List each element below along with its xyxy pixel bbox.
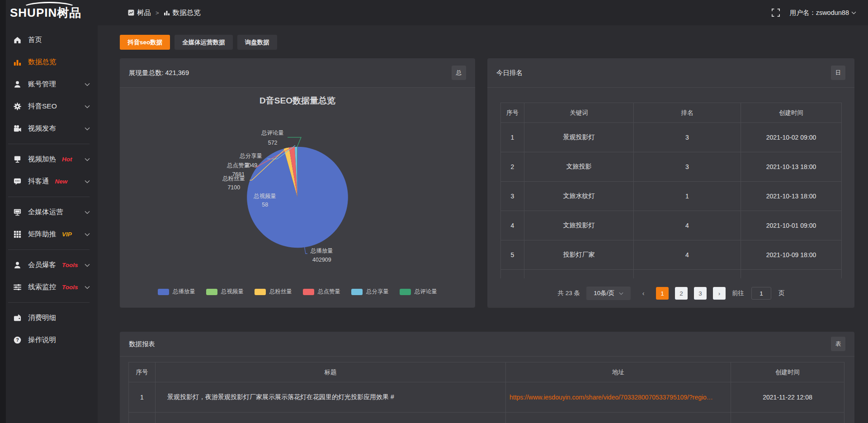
legend-label: 总评论量 [415, 288, 437, 296]
breadcrumb-item-home[interactable]: 树品 [128, 8, 151, 18]
sidebar-item-matrix-boost[interactable]: 矩阵助推 VIP [0, 223, 98, 245]
user-menu[interactable]: 用户名：zswodun88 [790, 9, 856, 17]
chevron-down-icon [85, 180, 90, 183]
legend-label: 总分享量 [366, 288, 389, 296]
day-toggle-button[interactable]: 日 [831, 66, 845, 80]
logo-arc [23, 2, 76, 14]
legend-label: 总视频量 [221, 288, 244, 296]
legend-item-likes[interactable]: 总点赞量 [303, 288, 340, 296]
cell-keyword: 投影灯厂家 [524, 240, 634, 270]
sidebar-item-label: 数据总览 [28, 57, 56, 67]
cell-created: 2021-10-01 09:00 [741, 211, 842, 240]
legend-item-comments[interactable]: 总评论量 [400, 288, 437, 296]
page-button-3[interactable]: 3 [694, 287, 707, 300]
tab-inquiry-data[interactable]: 询盘数据 [237, 35, 277, 50]
col-keyword: 关键词 [524, 103, 634, 123]
sidebar-item-video-heat[interactable]: 视频加热 Hot [0, 148, 98, 170]
goto-page-input[interactable]: 1 [751, 287, 771, 300]
cell-index: 1 [129, 382, 156, 413]
breadcrumb-item-overview[interactable]: 数据总览 [164, 8, 201, 18]
cell-created [741, 270, 842, 279]
sliders-icon [13, 283, 22, 291]
fullscreen-icon[interactable] [772, 9, 780, 17]
tab-douyin-seo-data[interactable]: 抖音seo数据 [120, 35, 170, 50]
sidebar-item-help[interactable]: ? 操作说明 [0, 329, 98, 351]
cell-rank: 4 [634, 211, 741, 240]
chevron-down-icon [85, 263, 90, 267]
sidebar-item-lead-monitor[interactable]: 线索监控 Tools [0, 276, 98, 298]
legend-item-fans[interactable]: 总粉丝量 [255, 288, 292, 296]
cell-created: 2021-10-02 09:00 [741, 123, 842, 152]
breadcrumb-separator: > [156, 9, 159, 16]
legend-swatch [400, 289, 411, 295]
cell-created: 2021-11-22 12:08 [731, 382, 844, 413]
page-button-1[interactable]: 1 [656, 287, 669, 300]
tab-all-media-data[interactable]: 全媒体运营数据 [175, 35, 233, 50]
pagination: 共 23 条 10条/页 ‹ 1 2 3 › 前往 1 页 [500, 287, 842, 300]
video-link[interactable]: https://www.iesdouyin.com/share/video/70… [509, 394, 713, 401]
chevron-down-icon [619, 292, 623, 295]
cell-keyword: 文旅水纹灯 [524, 182, 634, 211]
cell-title: 景观投影灯，夜游景观投影灯厂家展示展示落花灯在花园里的灯光投影应用效果 # [156, 382, 506, 413]
chart-legend: 总播放量 总视频量 总粉丝量 总点赞量 [120, 288, 475, 296]
window-edge [0, 0, 6, 423]
chevron-down-icon [85, 286, 90, 289]
sidebar-item-member-burst[interactable]: 会员爆客 Tools [0, 254, 98, 276]
rank-table: 序号 关键词 排名 创建时间 1 景观投影灯 3 2021-10 [500, 103, 842, 278]
data-source-tabs: 抖音seo数据 全媒体运营数据 询盘数据 [120, 35, 854, 50]
table-row: 5 投影灯厂家 4 2021-10-09 18:00 [501, 240, 842, 270]
pie-label-shares: 总分享量 [239, 153, 262, 159]
sidebar-item-account[interactable]: 账号管理 [0, 73, 98, 95]
hot-badge: Hot [62, 156, 72, 163]
sidebar-item-douyin-seo[interactable]: 抖音SEO [0, 95, 98, 118]
cell-keyword: 文旅投影灯 [524, 211, 634, 240]
table-row: 3 文旅水纹灯 1 2021-10-13 18:00 [501, 182, 842, 211]
next-page-button[interactable]: › [713, 287, 726, 300]
page-button-2[interactable]: 2 [675, 287, 688, 300]
sidebar-item-video-publish[interactable]: 视频发布 [0, 118, 98, 140]
sidebar-item-data-overview[interactable]: 数据总览 [0, 51, 98, 73]
legend-item-shares[interactable]: 总分享量 [351, 288, 389, 296]
pie-value-comments: 572 [268, 140, 278, 146]
chevron-down-icon [85, 233, 90, 236]
cell-keyword [524, 270, 634, 279]
table-row-partial [501, 270, 842, 279]
prev-page-button[interactable]: ‹ [637, 287, 650, 300]
svg-text:?: ? [16, 337, 19, 343]
new-badge: New [55, 178, 68, 185]
legend-label: 总点赞量 [318, 288, 340, 296]
username-label: 用户名：zswodun88 [790, 9, 849, 17]
total-toggle-button[interactable]: 总 [452, 66, 466, 80]
cell-created: 2021-10-09 18:00 [741, 240, 842, 270]
breadcrumb-label: 数据总览 [173, 8, 201, 18]
sidebar-item-label: 线索监控 [28, 282, 56, 292]
cell-created: 2021-10-13 18:00 [741, 182, 842, 211]
cell-created: 2021-10-13 18:00 [741, 152, 842, 182]
pagination-total: 共 23 条 [557, 289, 580, 297]
logo-text: SHUPIN树品 [10, 5, 81, 21]
col-rank: 排名 [634, 103, 741, 123]
breadcrumb-label: 树品 [137, 8, 151, 18]
chevron-down-icon [85, 211, 90, 214]
cell-title [156, 413, 506, 423]
page-size-select[interactable]: 10条/页 [586, 287, 631, 300]
sidebar-item-label: 首页 [28, 35, 42, 45]
cell-rank: 3 [634, 152, 741, 182]
pie-value-fans: 7100 [227, 184, 240, 191]
sidebar-item-doukuotong[interactable]: 抖客通 New [0, 170, 98, 193]
sidebar-item-all-media[interactable]: 全媒体运营 [0, 201, 98, 223]
chevron-down-icon [85, 127, 90, 131]
legend-item-videos[interactable]: 总视频量 [206, 288, 244, 296]
legend-swatch [351, 289, 363, 295]
legend-swatch [158, 289, 169, 295]
table-toggle-button[interactable]: 表 [831, 337, 845, 351]
sidebar-item-label: 矩阵助推 [28, 230, 56, 239]
cell-index [129, 413, 156, 423]
sidebar-item-spend-detail[interactable]: 消费明细 [0, 307, 98, 329]
legend-item-plays[interactable]: 总播放量 [158, 288, 195, 296]
sidebar-item-home[interactable]: 首页 [0, 29, 98, 51]
sidebar-item-label: 抖客通 [28, 177, 49, 186]
cell-index: 5 [501, 240, 524, 270]
sidebar-divider [8, 197, 90, 197]
report-panel-title: 数据报表 [129, 340, 155, 348]
